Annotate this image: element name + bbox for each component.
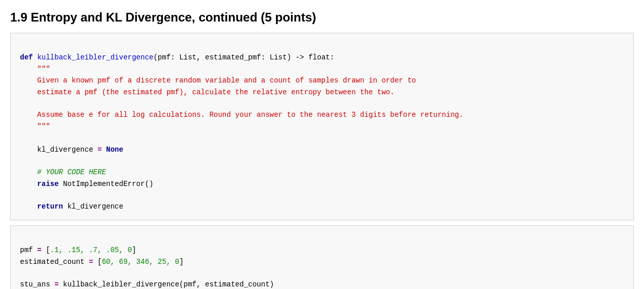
docstring-close: """ — [37, 122, 50, 131]
code-cell-1: def kullback_leibler_divergence(pmf: Lis… — [10, 33, 634, 220]
page-title: 1.9 Entropy and KL Divergence, continued… — [10, 10, 634, 25]
def-keyword: def — [20, 53, 33, 61]
stu-var: stu_ans — [20, 280, 54, 288]
raise-kw: raise — [37, 180, 59, 188]
none-val: None — [102, 146, 123, 154]
doc-line-2: estimate a pmf (the estimated pmf), calc… — [37, 88, 394, 96]
stu-call: kullback_leibler_divergence(pmf, estimat… — [59, 280, 274, 288]
kl-var: kl_divergence — [37, 146, 98, 154]
return-val: kl_divergence — [63, 202, 123, 211]
doc-line-3: Assume base e for all log calculations. … — [37, 111, 464, 119]
arrow: -> — [296, 53, 304, 61]
pmf-val: [ — [41, 246, 50, 254]
docstring-open: """ — [37, 65, 50, 73]
function-name: kullback_leibler_divergence — [37, 53, 154, 61]
not-impl: NotImplementedError() — [59, 180, 154, 188]
est-val: [ — [93, 258, 102, 266]
return-type: float: — [304, 53, 335, 61]
code-cell-2: pmf = [.1, .15, .7, .05, 0] estimated_co… — [10, 225, 634, 289]
stu-eq: = — [54, 280, 58, 288]
return-kw: return — [37, 202, 63, 211]
code-comment: # YOUR CODE HERE — [37, 168, 106, 176]
params: (pmf: List, estimated_pmf: List) — [153, 53, 295, 61]
est-var: estimated_count — [20, 258, 89, 266]
doc-line-1: Given a known pmf of a discrete random v… — [37, 76, 416, 85]
est-eq: = — [89, 258, 93, 266]
pmf-assign: pmf — [20, 246, 37, 254]
eq-op: = — [97, 146, 101, 154]
pmf-eq: = — [37, 246, 41, 254]
